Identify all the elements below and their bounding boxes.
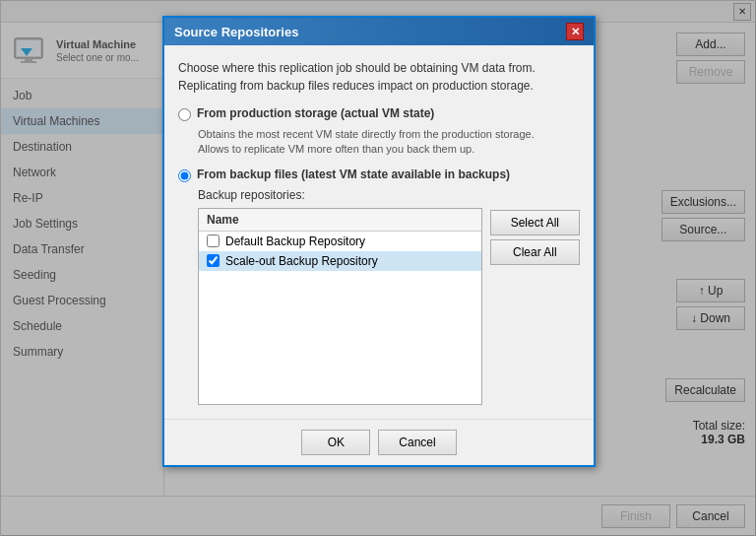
main-window: ✕ Virtual Machine Select one or mo... Jo… — [0, 0, 756, 536]
repo1-label[interactable]: Default Backup Repository — [225, 234, 365, 248]
ok-button[interactable]: OK — [301, 430, 370, 455]
repos-table: Name Default Backup Repository Scale-out… — [198, 208, 482, 405]
modal-body: Choose where this replication job should… — [164, 45, 594, 419]
repos-label: Backup repositories: — [198, 188, 580, 202]
repo-row-2[interactable]: Scale-out Backup Repository — [199, 251, 481, 271]
option2-label[interactable]: From backup files (latest VM state avail… — [197, 168, 510, 181]
modal-close-button[interactable]: ✕ — [566, 23, 584, 40]
clear-all-button[interactable]: Clear All — [490, 239, 580, 265]
option1-radio-input[interactable] — [178, 108, 191, 121]
option2-radio[interactable]: From backup files (latest VM state avail… — [178, 168, 580, 182]
repo2-label[interactable]: Scale-out Backup Repository — [225, 254, 378, 268]
repos-container: Name Default Backup Repository Scale-out… — [198, 208, 580, 405]
option2-radio-input[interactable] — [178, 169, 191, 182]
repo-row-1[interactable]: Default Backup Repository — [199, 232, 481, 251]
repo2-checkbox[interactable] — [207, 254, 220, 267]
modal-description: Choose where this replication job should… — [178, 59, 580, 95]
option1-sub: Obtains the most recent VM state directl… — [198, 127, 580, 158]
cancel-modal-button[interactable]: Cancel — [378, 430, 456, 455]
repos-table-header: Name — [199, 209, 481, 232]
modal-overlay: Source Repositories ✕ Choose where this … — [1, 1, 756, 536]
option1-radio[interactable]: From production storage (actual VM state… — [178, 106, 580, 121]
modal-footer: OK Cancel — [164, 419, 594, 465]
source-repositories-dialog: Source Repositories ✕ Choose where this … — [162, 16, 596, 467]
modal-titlebar: Source Repositories ✕ — [164, 18, 594, 45]
select-all-button[interactable]: Select All — [490, 210, 580, 235]
repos-side-buttons: Select All Clear All — [490, 208, 580, 405]
repo1-checkbox[interactable] — [207, 234, 220, 247]
modal-title: Source Repositories — [174, 25, 298, 39]
option1-label[interactable]: From production storage (actual VM state… — [197, 106, 434, 120]
